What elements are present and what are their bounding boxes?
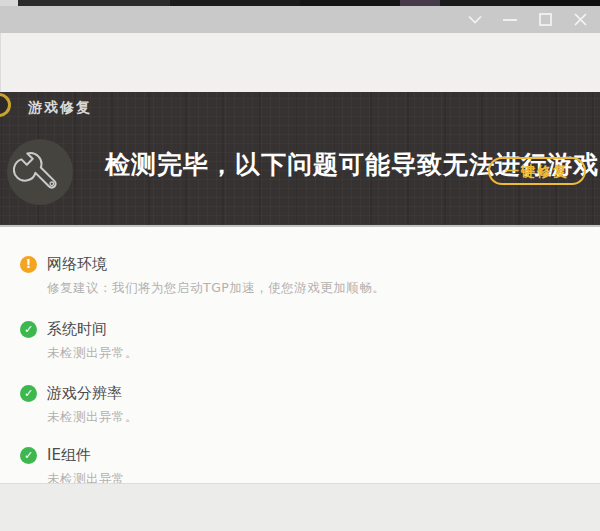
check-circle-icon [20,385,37,402]
gold-ring-logo-icon [0,93,11,117]
result-row-ie-component: IE组件 未检测出异常 [20,446,580,488]
detection-result-message: 检测完毕，以下问题可能导致无法进行游戏 [105,148,490,181]
result-detail: 未检测出异常。 [47,409,580,426]
maximize-icon[interactable] [537,12,553,28]
check-circle-icon [20,447,37,464]
result-title: 游戏分辨率 [47,384,580,402]
exclamation-circle-icon [20,256,37,273]
chevron-down-icon[interactable] [467,12,483,28]
page-title: 游戏修复 [28,99,92,117]
result-title: IE组件 [47,446,580,464]
panel-header: 游戏修复 [0,92,600,122]
result-title: 网络环境 [47,255,580,273]
result-detail: 未检测出异常。 [47,345,580,362]
result-row-system-time: 系统时间 未检测出异常。 [20,320,580,362]
result-title: 系统时间 [47,320,580,338]
footer-bar [0,483,600,531]
diagnostic-results-list: 网络环境 修复建议：我们将为您启动TGP加速，使您游戏更加顺畅。 系统时间 未检… [0,229,600,483]
minimize-icon[interactable] [502,12,518,28]
result-detail: 修复建议：我们将为您启动TGP加速，使您游戏更加顺畅。 [47,280,580,297]
check-circle-icon [20,321,37,338]
repair-panel: 游戏修复 检测完毕，以下问题可能导致无法进行游戏 一键修复 [0,92,600,227]
one-click-repair-button[interactable]: 一键修复 [488,157,586,185]
window-body-spacer [0,33,600,92]
wrench-icon [7,139,73,205]
close-icon[interactable] [572,12,588,28]
title-bar [0,6,600,33]
result-row-network: 网络环境 修复建议：我们将为您启动TGP加速，使您游戏更加顺畅。 [20,255,580,297]
result-row-resolution: 游戏分辨率 未检测出异常。 [20,384,580,426]
